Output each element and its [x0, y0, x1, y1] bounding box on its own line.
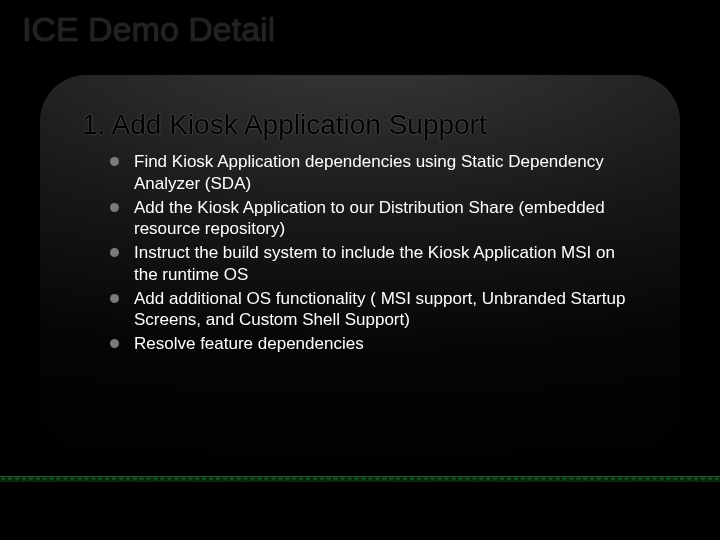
list-item: Resolve feature dependencies	[110, 333, 638, 355]
section-heading: 1. Add Kiosk Application Support	[82, 109, 638, 141]
list-item: Add the Kiosk Application to our Distrib…	[110, 197, 638, 241]
slide: ICE Demo Detail 1. Add Kiosk Application…	[0, 0, 720, 540]
content-panel: 1. Add Kiosk Application Support Find Ki…	[40, 75, 680, 455]
list-item: Add additional OS functionality ( MSI su…	[110, 288, 638, 332]
list-item: Find Kiosk Application dependencies usin…	[110, 151, 638, 195]
list-item: Instruct the build system to include the…	[110, 242, 638, 286]
slide-title: ICE Demo Detail	[22, 10, 275, 49]
divider-bar	[0, 476, 720, 482]
bullet-list: Find Kiosk Application dependencies usin…	[82, 151, 638, 355]
